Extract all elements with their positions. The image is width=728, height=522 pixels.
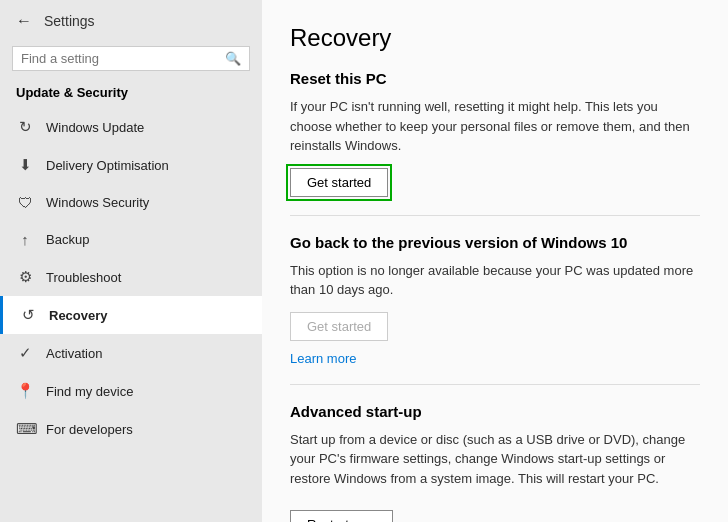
sidebar-item-windows-update[interactable]: ↻ Windows Update	[0, 108, 262, 146]
sidebar-header: ← Settings	[0, 0, 262, 40]
go-back-section-heading: Go back to the previous version of Windo…	[290, 234, 700, 251]
reset-section-heading: Reset this PC	[290, 70, 700, 87]
sidebar-item-for-developers[interactable]: ⌨ For developers	[0, 410, 262, 448]
sidebar-item-label: For developers	[46, 422, 133, 437]
sidebar: ← Settings 🔍 Update & Security ↻ Windows…	[0, 0, 262, 522]
reset-get-started-button[interactable]: Get started	[290, 168, 388, 197]
go-back-section: Go back to the previous version of Windo…	[290, 234, 700, 366]
backup-icon: ↑	[16, 231, 34, 248]
back-button[interactable]: ←	[12, 10, 36, 32]
sidebar-item-recovery[interactable]: ↺ Recovery	[0, 296, 262, 334]
delivery-optimisation-icon: ⬇	[16, 156, 34, 174]
troubleshoot-icon: ⚙	[16, 268, 34, 286]
divider-1	[290, 215, 700, 216]
windows-update-icon: ↻	[16, 118, 34, 136]
go-back-get-started-button: Get started	[290, 312, 388, 341]
find-my-device-icon: 📍	[16, 382, 34, 400]
sidebar-item-troubleshoot[interactable]: ⚙ Troubleshoot	[0, 258, 262, 296]
sidebar-item-backup[interactable]: ↑ Backup	[0, 221, 262, 258]
divider-2	[290, 384, 700, 385]
section-title: Update & Security	[0, 81, 262, 108]
search-box: 🔍	[12, 46, 250, 71]
for-developers-icon: ⌨	[16, 420, 34, 438]
restart-now-button[interactable]: Restart now	[290, 510, 393, 522]
advanced-startup-heading: Advanced start-up	[290, 403, 700, 420]
sidebar-item-label: Backup	[46, 232, 89, 247]
go-back-section-desc: This option is no longer available becau…	[290, 261, 700, 300]
main-content: Recovery Reset this PC If your PC isn't …	[262, 0, 728, 522]
sidebar-item-label: Recovery	[49, 308, 108, 323]
windows-security-icon: 🛡	[16, 194, 34, 211]
sidebar-item-label: Windows Update	[46, 120, 144, 135]
settings-title: Settings	[44, 13, 95, 29]
search-icon[interactable]: 🔍	[225, 51, 241, 66]
sidebar-item-label: Troubleshoot	[46, 270, 121, 285]
sidebar-item-activation[interactable]: ✓ Activation	[0, 334, 262, 372]
sidebar-item-label: Find my device	[46, 384, 133, 399]
advanced-startup-section: Advanced start-up Start up from a device…	[290, 403, 700, 523]
reset-section-desc: If your PC isn't running well, resetting…	[290, 97, 700, 156]
sidebar-item-windows-security[interactable]: 🛡 Windows Security	[0, 184, 262, 221]
recovery-icon: ↺	[19, 306, 37, 324]
sidebar-item-delivery-optimisation[interactable]: ⬇ Delivery Optimisation	[0, 146, 262, 184]
activation-icon: ✓	[16, 344, 34, 362]
page-title: Recovery	[290, 24, 700, 52]
sidebar-item-label: Delivery Optimisation	[46, 158, 169, 173]
sidebar-item-label: Windows Security	[46, 195, 149, 210]
sidebar-item-find-my-device[interactable]: 📍 Find my device	[0, 372, 262, 410]
search-input[interactable]	[21, 51, 225, 66]
learn-more-link[interactable]: Learn more	[290, 351, 356, 366]
sidebar-item-label: Activation	[46, 346, 102, 361]
advanced-startup-desc: Start up from a device or disc (such as …	[290, 430, 700, 489]
reset-section: Reset this PC If your PC isn't running w…	[290, 70, 700, 197]
